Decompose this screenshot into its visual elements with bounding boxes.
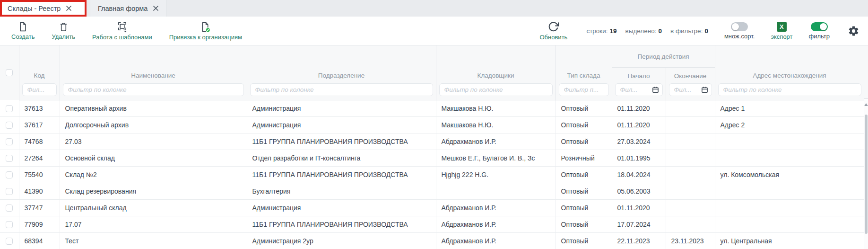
row-checkbox[interactable] — [6, 205, 13, 212]
table-row[interactable]: 77909 17.07 11Б1 ГРУППА ПЛАНИРОВАНИЯ ПРО… — [0, 216, 864, 232]
counters: строки:19 выделено:0 в фильтре:0 — [586, 27, 708, 35]
table-row[interactable]: 75540 Склад №2 11Б1 ГРУППА ПЛАНИРОВАНИЯ … — [0, 166, 864, 183]
close-icon[interactable] — [66, 6, 71, 11]
multi-sort-control: множ.сорт. — [724, 22, 755, 40]
cell-name: 17.07 — [60, 216, 247, 232]
settings-button[interactable] — [848, 25, 859, 37]
cell-keepers: Макшакова Н.Ю. — [436, 116, 556, 133]
cell-period-end — [666, 183, 715, 199]
column-header-start[interactable]: Начало — [612, 68, 666, 83]
delete-button[interactable]: Удалить — [52, 21, 75, 40]
column-header-end[interactable]: Окончание — [666, 68, 715, 83]
close-icon[interactable] — [153, 6, 158, 11]
vertical-scrollbar[interactable] — [864, 99, 868, 249]
cell-period-start: 22.11.2023 — [612, 232, 666, 249]
templates-button[interactable]: Работа с шаблонами — [92, 21, 152, 41]
cell-period-end — [666, 166, 715, 183]
cell-code: 74768 — [19, 133, 60, 150]
scrollbar-thumb[interactable] — [865, 115, 868, 234]
row-checkbox[interactable] — [6, 171, 13, 178]
column-header-division[interactable]: Подразделение — [247, 45, 436, 83]
cell-type: Оптовый — [556, 216, 612, 232]
row-checkbox[interactable] — [6, 105, 13, 112]
column-header-code[interactable]: Код — [19, 45, 60, 83]
filter-cell-keepers — [436, 83, 556, 100]
cell-division: Отдел разработки и IT-консалтинга — [247, 150, 436, 166]
refresh-label: Обновить — [540, 34, 568, 41]
start-date-filter-input[interactable] — [616, 84, 652, 95]
table-row[interactable]: 74768 27.03 11Б1 ГРУППА ПЛАНИРОВАНИЯ ПРО… — [0, 133, 864, 150]
calendar-icon[interactable] — [652, 86, 659, 93]
cell-division: 11Б1 ГРУППА ПЛАНИРОВАНИЯ ПРОИЗВОДСТВА — [247, 216, 436, 232]
multi-sort-label: множ.сорт. — [724, 33, 755, 40]
row-checkbox-cell — [0, 232, 19, 249]
end-date-filter-input[interactable] — [670, 84, 701, 95]
calendar-icon[interactable] — [701, 86, 708, 93]
filter-cell-code — [19, 83, 60, 100]
filter-cell-name — [60, 83, 247, 100]
cell-type: Оптовый — [556, 166, 612, 183]
column-header-name[interactable]: Наименование — [60, 45, 247, 83]
rows-counter: строки:19 — [586, 27, 616, 35]
cell-period-end — [666, 150, 715, 166]
row-checkbox[interactable] — [6, 188, 13, 195]
excel-export-icon[interactable]: X — [777, 22, 787, 32]
column-header-address[interactable]: Адрес местонахождения — [715, 45, 864, 83]
toolbar-right: Обновить строки:19 выделено:0 в фильтре:… — [540, 21, 860, 41]
cell-type: Оптовый — [556, 199, 612, 216]
table-row[interactable]: 37613 Оперативный архив Администрация Ма… — [0, 100, 864, 116]
create-button[interactable]: Создать — [11, 21, 35, 40]
cell-type: Оптовый — [556, 232, 612, 249]
row-checkbox[interactable] — [6, 138, 13, 145]
cell-keepers: Мешков Е.Г., Булатов И. В., Зс — [436, 150, 556, 166]
table-row[interactable]: 27264 Основной склад Отдел разработки и … — [0, 150, 864, 166]
export-control: X экспорт — [771, 22, 792, 40]
scroll-up-arrow-icon[interactable] — [864, 103, 868, 106]
type-filter-input[interactable] — [559, 83, 609, 96]
trash-icon — [58, 21, 69, 32]
cell-period-start: 01.11.2020 — [612, 199, 666, 216]
cell-code: 41390 — [19, 183, 60, 199]
cell-address: Адрес 2 — [715, 116, 864, 133]
row-checkbox[interactable] — [6, 155, 13, 162]
cell-period-start: 17.07.2024 — [612, 216, 666, 232]
name-filter-input[interactable] — [63, 83, 244, 96]
cell-type: Оптовый — [556, 116, 612, 133]
column-header-keepers[interactable]: Кладовщики — [436, 45, 556, 83]
filter-cell-type — [556, 83, 612, 100]
row-checkbox-cell — [0, 166, 19, 183]
column-header-type[interactable]: Тип склада — [556, 45, 612, 83]
table-row[interactable]: 37617 Долгосрочный архив Администрация М… — [0, 116, 864, 133]
cell-address: ул. Комсомольская — [715, 166, 864, 183]
tab-main-form[interactable]: Главная форма — [90, 0, 166, 17]
row-checkbox[interactable] — [6, 221, 13, 228]
org-link-label: Привязка к организациям — [169, 34, 242, 41]
table-row[interactable]: 68394 Тест Администрация 2ур Абдрахманов… — [0, 232, 864, 249]
filter-label: фильтр — [809, 33, 830, 40]
multi-sort-toggle[interactable] — [731, 22, 748, 31]
row-checkbox[interactable] — [6, 238, 13, 245]
cell-address — [715, 216, 864, 232]
row-checkbox-cell — [0, 199, 19, 216]
filter-cell-start — [612, 83, 666, 100]
cell-name: Склад резервирования — [60, 183, 247, 199]
filter-toggle[interactable] — [811, 22, 828, 31]
cell-address — [715, 183, 864, 199]
cell-address — [715, 150, 864, 166]
code-filter-input[interactable] — [22, 83, 57, 96]
tab-warehouses-registry[interactable]: Склады - Реестр — [0, 0, 87, 17]
cell-division: Администрация 2ур — [247, 232, 436, 249]
address-filter-input[interactable] — [718, 83, 861, 96]
org-link-button[interactable]: Привязка к организациям — [169, 21, 242, 41]
table-row[interactable]: 37747 Центральный склад Администрация Аб… — [0, 199, 864, 216]
cell-code: 75540 — [19, 166, 60, 183]
cell-keepers: Макшакова Н.Ю. — [436, 100, 556, 116]
refresh-button[interactable]: Обновить — [540, 21, 568, 41]
tab-label: Главная форма — [98, 5, 148, 12]
select-all-checkbox[interactable] — [6, 69, 13, 76]
row-checkbox-cell — [0, 150, 19, 166]
division-filter-input[interactable] — [250, 83, 433, 96]
keepers-filter-input[interactable] — [439, 83, 553, 96]
row-checkbox[interactable] — [6, 122, 13, 129]
table-row[interactable]: 41390 Склад резервирования Бухгалтерия О… — [0, 183, 864, 199]
